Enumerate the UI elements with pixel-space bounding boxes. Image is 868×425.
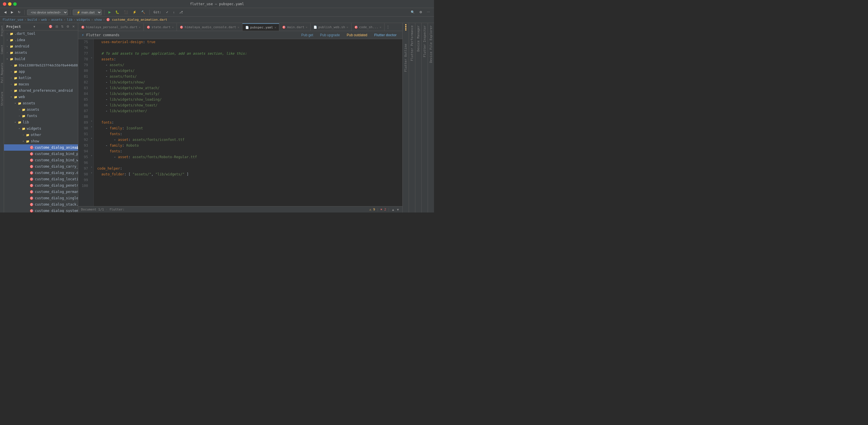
breadcrumb-build[interactable]: build [27,18,37,22]
tab-close-button[interactable]: ✕ [172,26,174,29]
tab-state[interactable]: 🎯 state.dart ✕ [144,23,177,31]
tree-item-show[interactable]: ▾ 📁 show [4,138,78,144]
tree-item-custome-dialog-stack[interactable]: 🎯 custome_dialog_stack.dart [4,201,78,207]
code-content[interactable]: uses-material-design: true # To add asse… [94,39,402,206]
tree-item-other[interactable]: › 📁 other [4,132,78,138]
tab-close-button[interactable]: ✕ [238,26,239,29]
tree-item-macos[interactable]: › 📁 macos [4,81,78,88]
tree-item-web-assets[interactable]: ▾ 📁 assets [4,100,78,106]
project-tab[interactable]: Project [1,24,3,37]
tree-item-shared-prefs[interactable]: › 📁 shared_preferences_android [4,88,78,94]
device-selector[interactable]: <no device selected> [27,9,68,15]
close-button[interactable] [3,2,6,6]
pull-requests-tab[interactable]: Pull Requests [1,62,3,84]
device-manager-label[interactable]: Device Manager [416,23,421,54]
breadcrumb-widgets[interactable]: widgets [77,18,90,22]
tree-item-hash[interactable]: › 📁 93a13380f8e5237f4dc55bf0a444b884 [4,62,78,68]
forward-button[interactable]: ▶ [9,10,15,15]
tab-close-button[interactable]: ✕ [380,26,381,29]
run-button[interactable]: ▶ [107,10,113,15]
tree-item-widgets[interactable]: ▾ 📁 widgets [4,125,78,132]
breadcrumb-assets[interactable]: assets [51,18,63,22]
locate-file-button[interactable]: 🎯 [48,25,54,29]
hot-reload-button[interactable]: ⚡ [131,10,138,15]
fold-button-92[interactable]: ▾ [90,137,93,143]
fold-button-98[interactable]: ▾ [90,171,93,177]
structure-tab[interactable]: Structure [1,91,3,107]
search-button[interactable]: 🔍 [409,10,416,15]
flutter-outline-label[interactable]: Flutter Outline [404,41,408,74]
tree-item-custome-dialog-penetrate[interactable]: 🎯 custome_dialog_penetrate.dart [4,182,78,189]
flutter-doctor-button[interactable]: Flutter doctor [372,32,399,38]
flutter-inspector-label[interactable]: Flutter Inspector [423,23,427,60]
sort-button[interactable]: ⇅ [60,25,64,29]
pub-outdated-button[interactable]: Pub outdated [345,32,370,38]
code-editor[interactable]: 75 76 77 78 79 80 81 82 83 84 85 86 87 8… [78,39,402,206]
tree-item-custome-dialog-system[interactable]: 🎯 custome_dialog_system.dart [4,207,78,212]
tree-item-custome-dialog-location[interactable]: 🎯 custome_dialog_location.dart [4,176,78,182]
tree-item-kotlin[interactable]: › 📁 kotlin [4,75,78,81]
run-config-selector[interactable]: ⚡ main.dart [73,9,102,15]
stop-button[interactable]: ⬛ [122,10,130,15]
commit-tab[interactable]: Commit [1,44,3,56]
minimize-button[interactable] [8,2,11,6]
build-button[interactable]: 🔨 [140,10,147,15]
tree-item-custome-dialog-bind-page[interactable]: 🎯 custome_dialog_bind_page.dart [4,151,78,157]
tab-main-dart[interactable]: 🎯 main.dart ✕ [279,23,311,31]
scroll-up-button[interactable]: ▲ [392,208,395,211]
tab-himalaya-audio[interactable]: 🎯 himalaya_audio_console.dart ✕ [177,23,243,31]
settings-button[interactable]: ⚙ [417,10,424,15]
git-update-button[interactable]: ✓ [164,10,170,15]
tree-item-idea[interactable]: › 📁 .idea [4,37,78,43]
scroll-down-button[interactable]: ▼ [396,208,400,211]
tree-item-lib[interactable]: ▾ 📁 lib [4,119,78,125]
pub-upgrade-button[interactable]: Pub upgrade [318,32,342,38]
breadcrumb-flutter-use[interactable]: flutter_use [2,18,23,22]
panel-dropdown-arrow[interactable]: ▼ [33,25,35,28]
tab-close-button[interactable]: ✕ [347,26,348,29]
tab-publish-web[interactable]: 📄 publish_web.sh ✕ [311,23,351,31]
settings-panel-button[interactable]: ⚙ [66,25,70,29]
tree-item-custome-dialog-permanent[interactable]: 🎯 custome_dialog_permanent.dart [4,189,78,195]
tree-item-custome-dialog-animation[interactable]: 🎯 custome_dialog_animation.dart → [4,144,78,151]
tree-item-web[interactable]: ▾ 📁 web [4,94,78,100]
maximize-button[interactable] [13,2,17,6]
tree-item-app[interactable]: › 📁 app [4,68,78,75]
tab-close-button[interactable]: ✕ [274,26,276,29]
breadcrumb-file[interactable]: 🎯 custome_dialog_animation.dart [106,18,167,22]
tab-close-button[interactable]: ✕ [306,26,307,29]
pub-get-button[interactable]: Pub get [299,32,315,38]
fold-button-97[interactable]: ▾ [90,166,93,171]
device-file-explorer-label[interactable]: Device File Explorer [429,23,433,65]
debug-button[interactable]: 🐛 [114,10,121,15]
tab-pubspec[interactable]: 📄 pubspec.yaml ✕ [243,23,280,31]
git-branch-button[interactable]: ⎇ [178,10,185,15]
breadcrumb-web[interactable]: web [41,18,47,22]
more-button[interactable]: ⋯ [425,10,432,15]
tab-close-button[interactable]: ✕ [139,26,141,29]
tree-item-dart-tool[interactable]: › 📁 .dart_tool [4,31,78,37]
tree-item-custome-dialog-easy[interactable]: 🎯 custome_dialog_easy.dart [4,170,78,176]
collapse-all-button[interactable]: ⊟ [55,25,59,29]
more-tabs-button[interactable]: ⋮ [384,25,392,29]
flutter-performance-label[interactable]: Flutter Performance [410,23,414,63]
tree-item-assets-root[interactable]: › 📁 assets [4,50,78,56]
back-button[interactable]: ◀ [2,10,8,15]
tree-item-build[interactable]: ▾ 📁 build [4,56,78,62]
tree-item-assets-assets[interactable]: › 📁 assets [4,106,78,113]
breadcrumb-lib[interactable]: lib [67,18,72,22]
breadcrumb-show[interactable]: show [94,18,102,22]
refresh-button[interactable]: ↻ [16,10,22,15]
tree-item-custome-dialog-single[interactable]: 🎯 custome_dialog_single.dart [4,195,78,201]
tree-item-assets-fonts[interactable]: › 📁 fonts [4,113,78,119]
git-push-button[interactable]: ↑ [172,10,177,15]
tree-item-custome-dialog-bind-widget[interactable]: 🎯 custome_dialog_bind_widget.dart [4,157,78,163]
hide-panel-button[interactable]: ✕ [71,25,75,29]
tab-himalaya-personal[interactable]: 🎯 himalaya_personal_info.dart ✕ [78,23,144,31]
fold-button-90[interactable]: ▾ [90,125,93,131]
fold-button-89[interactable]: ▾ [90,120,93,125]
window-controls[interactable] [3,2,17,6]
tab-code-sh[interactable]: 🎯 code_sh... ✕ [351,23,384,31]
tree-item-android[interactable]: › 📁 android [4,43,78,50]
tree-item-custome-dialog-carry[interactable]: 🎯 custome_dialog_carry_result.dart [4,163,78,170]
